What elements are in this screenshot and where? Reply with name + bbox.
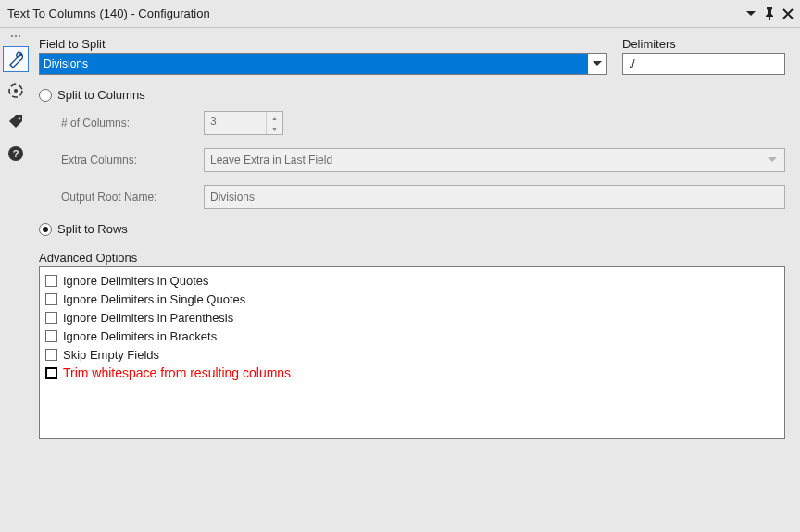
field-to-split-label: Field to Split — [39, 37, 607, 51]
split-to-rows-radio-row[interactable]: Split to Rows — [39, 222, 785, 236]
output-root-value: Divisions — [210, 191, 255, 204]
advanced-options-label: Advanced Options — [39, 251, 785, 265]
spinner-buttons: ▲ ▼ — [266, 112, 282, 134]
field-to-split-group: Field to Split Divisions — [39, 37, 607, 75]
svg-point-1 — [14, 89, 18, 93]
chevron-down-icon — [764, 149, 781, 171]
delimiters-label: Delimiters — [622, 37, 785, 51]
checkbox-icon — [45, 293, 57, 305]
delimiters-value: ./ — [629, 57, 635, 70]
output-root-label: Output Root Name: — [61, 191, 200, 204]
split-to-rows-label: Split to Rows — [57, 222, 128, 236]
top-row: Field to Split Divisions Delimiters ./ — [39, 37, 785, 75]
extra-columns-value: Leave Extra in Last Field — [210, 154, 332, 167]
extra-columns-dropdown: Leave Extra in Last Field — [204, 148, 785, 172]
tag-icon[interactable] — [3, 109, 29, 135]
checkbox-icon — [45, 330, 57, 342]
delimiters-input[interactable]: ./ — [622, 53, 785, 75]
split-to-columns-radio-row[interactable]: Split to Columns — [39, 88, 785, 102]
field-to-split-combo[interactable]: Divisions — [39, 53, 607, 75]
adv-opt-parenthesis[interactable]: Ignore Delimiters in Parenthesis — [45, 308, 779, 327]
grip-icon — [6, 31, 26, 41]
output-root-input: Divisions — [204, 185, 785, 209]
svg-text:?: ? — [13, 148, 19, 159]
titlebar-controls — [744, 7, 794, 20]
extra-columns-label: Extra Columns: — [61, 154, 200, 167]
dropdown-icon[interactable] — [744, 7, 757, 20]
spinner-up-icon: ▲ — [267, 112, 282, 123]
wrench-icon[interactable] — [3, 46, 29, 72]
adv-opt-highlighted-label: Trim whitespace from resulting columns — [63, 365, 291, 380]
pin-icon[interactable] — [763, 7, 776, 20]
adv-opt-label: Ignore Delimiters in Quotes — [63, 274, 209, 288]
delimiters-group: Delimiters ./ — [622, 37, 785, 75]
content-area: Field to Split Divisions Delimiters ./ — [31, 28, 800, 532]
checkbox-icon — [45, 349, 57, 361]
num-columns-spinner: 3 ▲ ▼ — [204, 111, 283, 135]
adv-opt-label: Ignore Delimiters in Parenthesis — [63, 311, 233, 325]
titlebar: Text To Columns (140) - Configuration — [0, 0, 800, 28]
adv-opt-quotes[interactable]: Ignore Delimiters in Quotes — [45, 271, 779, 290]
split-to-columns-section: Split to Columns # of Columns: 3 ▲ ▼ — [39, 88, 785, 209]
adv-opt-label: Skip Empty Fields — [63, 348, 159, 362]
checkbox-icon — [45, 312, 57, 324]
help-icon[interactable]: ? — [3, 141, 29, 167]
chevron-down-icon — [588, 54, 606, 74]
adv-opt-skip-empty[interactable]: Skip Empty Fields — [45, 345, 779, 364]
field-to-split-value: Divisions — [40, 54, 588, 74]
checkbox-icon — [45, 367, 57, 379]
checkbox-icon — [45, 275, 57, 287]
sidebar: ? — [0, 28, 31, 532]
adv-opt-brackets[interactable]: Ignore Delimiters in Brackets — [45, 327, 779, 345]
target-icon[interactable] — [3, 78, 29, 104]
split-to-columns-label: Split to Columns — [57, 88, 145, 102]
num-columns-value: 3 — [205, 112, 266, 134]
advanced-section: Advanced Options Ignore Delimiters in Qu… — [39, 245, 785, 439]
spinner-down-icon: ▼ — [267, 123, 282, 134]
close-icon[interactable] — [781, 7, 794, 20]
svg-point-2 — [19, 118, 21, 120]
advanced-options-box: Ignore Delimiters in Quotes Ignore Delim… — [39, 266, 785, 439]
split-to-rows-section: Split to Rows — [39, 222, 785, 236]
panel-title: Text To Columns (140) - Configuration — [7, 6, 744, 20]
adv-opt-single-quotes[interactable]: Ignore Delimiters in Single Quotes — [45, 290, 779, 308]
panel-body: ? Field to Split Divisions Delimiters — [0, 28, 800, 532]
num-columns-label: # of Columns: — [61, 117, 200, 130]
adv-opt-label: Ignore Delimiters in Single Quotes — [63, 292, 245, 306]
adv-opt-label: Ignore Delimiters in Brackets — [63, 329, 217, 343]
columns-form: # of Columns: 3 ▲ ▼ Extra Columns: Leave… — [61, 111, 785, 209]
config-panel: Text To Columns (140) - Configuration — [0, 0, 800, 532]
radio-unselected-icon — [39, 89, 52, 102]
adv-opt-trim-whitespace[interactable]: Trim whitespace from resulting columns — [45, 364, 779, 382]
radio-selected-icon — [39, 223, 52, 236]
